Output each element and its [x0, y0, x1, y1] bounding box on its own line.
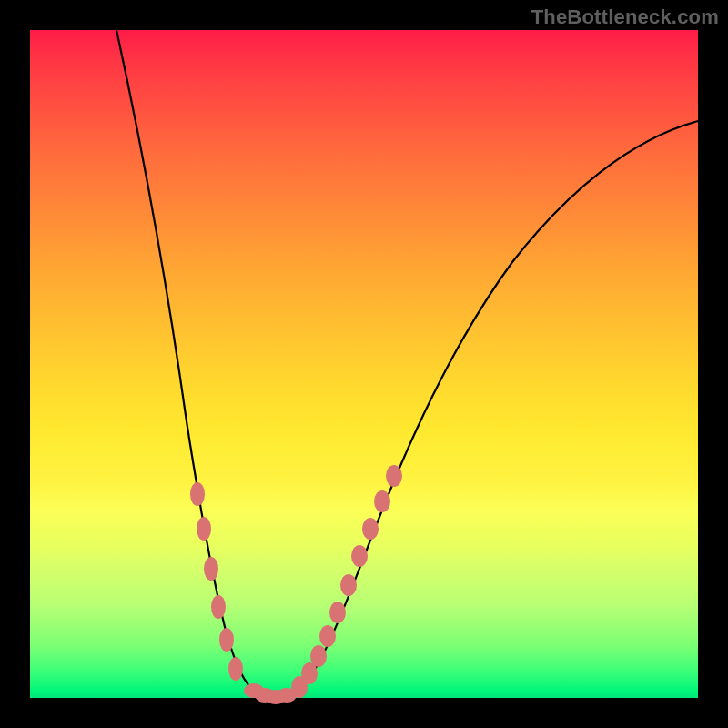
bottleneck-curve [116, 30, 698, 697]
curve-marker [211, 595, 226, 619]
curve-marker [319, 625, 336, 647]
curve-markers [190, 465, 402, 704]
curve-marker [197, 517, 211, 541]
curve-marker [228, 657, 243, 681]
curve-marker [351, 545, 368, 567]
curve-marker [219, 628, 234, 652]
curve-marker [386, 465, 402, 487]
curve-marker [204, 557, 218, 581]
curve-marker [329, 602, 346, 623]
watermark-text: TheBottleneck.com [531, 5, 719, 29]
chart-svg [30, 30, 698, 698]
curve-marker [310, 645, 327, 667]
chart-frame: TheBottleneck.com [0, 0, 728, 728]
curve-marker [190, 482, 205, 506]
curve-marker [374, 490, 390, 512]
curve-marker [362, 518, 379, 540]
curve-marker [340, 574, 357, 596]
